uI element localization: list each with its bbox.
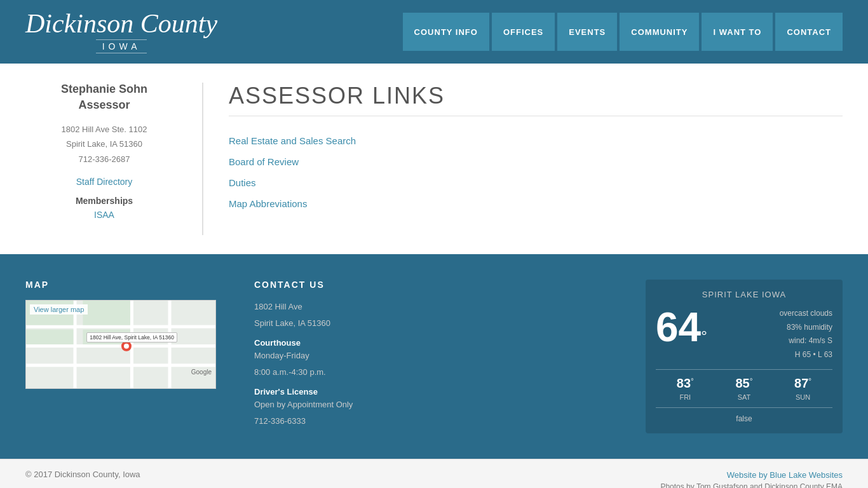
weather-details: overcast clouds 83% humidity wind: 4m/s …	[780, 307, 832, 362]
copyright: © 2017 Dickinson County, Iowa	[25, 470, 140, 479]
forecast-sun-temp: 87°	[794, 376, 811, 391]
forecast-sat-label: SAT	[735, 393, 752, 401]
nav-events[interactable]: EVENTS	[557, 13, 617, 51]
weather-false: false	[656, 414, 832, 423]
address-line1: 1802 Hill Ave Ste. 1102	[62, 125, 147, 134]
weather-divider-2	[656, 407, 832, 408]
link-map-abbreviations[interactable]: Map Abbreviations	[229, 198, 843, 209]
drivers-license-label: Driver's License	[254, 387, 620, 396]
assessor-name: Stephanie Sohn	[25, 83, 183, 96]
svg-rect-6	[168, 301, 172, 388]
weather-temp-row: 64° overcast clouds 83% humidity wind: 4…	[656, 307, 832, 362]
main-content: Stephanie Sohn Assessor 1802 Hill Ave St…	[0, 64, 868, 254]
nav-i-want-to[interactable]: I WANT TO	[702, 13, 773, 51]
address-line2: Spirit Lake, IA 51360	[66, 139, 142, 149]
nav-bar: COUNTY INFO OFFICES EVENTS COMMUNITY I W…	[403, 13, 843, 51]
map-google-logo: Google	[191, 369, 212, 376]
logo: Dickinson County IOWA	[25, 10, 217, 53]
svg-point-12	[124, 344, 129, 349]
map-footer-bar: ⌨ Map Data Terms of Use Report a map err…	[26, 388, 215, 389]
forecast-sat-temp: 85°	[735, 376, 752, 391]
weather-box: SPIRIT LAKE IOWA 64° overcast clouds 83%…	[646, 280, 843, 433]
drivers-license-phone: 712-336-6333	[254, 414, 620, 428]
map-view-larger[interactable]: View larger map	[30, 304, 88, 315]
link-board-of-review[interactable]: Board of Review	[229, 156, 843, 167]
bottom-footer: © 2017 Dickinson County, Iowa Website by…	[0, 459, 868, 488]
isaa-link[interactable]: ISAA	[25, 210, 183, 220]
forecast-fri-temp: 83°	[677, 376, 694, 391]
logo-title: Dickinson County	[25, 10, 217, 37]
svg-rect-1	[26, 325, 215, 329]
assessor-title: Assessor	[25, 98, 183, 112]
svg-rect-2	[26, 344, 215, 348]
map-background: View larger map 1802 Hill Ave, Spirit La…	[26, 301, 215, 388]
footer: MAP	[0, 254, 868, 459]
weather-forecast: 83° FRI 85° SAT 87° SUN	[656, 376, 832, 401]
map-section-title: MAP	[25, 280, 229, 290]
weather-hl: H 65 • L 63	[780, 348, 832, 362]
nav-offices[interactable]: OFFICES	[492, 13, 555, 51]
footer-contact-section: CONTACT US 1802 Hill Ave Spirit Lake, IA…	[254, 280, 620, 433]
bottom-right: Website by Blue Lake Websites Photos by …	[660, 470, 843, 488]
contact-section-title: CONTACT US	[254, 280, 620, 290]
weather-city: SPIRIT LAKE IOWA	[656, 290, 832, 299]
link-real-estate[interactable]: Real Estate and Sales Search	[229, 135, 843, 146]
weather-wind: wind: 4m/s S	[780, 334, 832, 348]
weather-deg: °	[701, 327, 707, 344]
memberships-label: Memberships	[25, 196, 183, 206]
map-container: View larger map 1802 Hill Ave, Spirit La…	[25, 300, 216, 389]
courthouse-label: Courthouse	[254, 338, 620, 348]
link-duties[interactable]: Duties	[229, 177, 843, 188]
header: Dickinson County IOWA COUNTY INFO OFFICE…	[0, 0, 868, 64]
svg-rect-8	[83, 301, 130, 325]
forecast-sun-label: SUN	[794, 393, 811, 401]
footer-map-section: MAP	[25, 280, 229, 433]
nav-contact[interactable]: CONTACT	[775, 13, 843, 51]
courthouse-hours1: Monday-Friday	[254, 349, 620, 363]
forecast-fri: 83° FRI	[677, 376, 694, 401]
weather-humidity: 83% humidity	[780, 321, 832, 335]
weather-temp-display: 64°	[656, 307, 707, 348]
svg-rect-3	[26, 363, 215, 367]
contact-address2: Spirit Lake, IA 51360	[254, 316, 620, 330]
nav-community[interactable]: COMMUNITY	[620, 13, 699, 51]
drivers-license-hours: Open by Appointment Only	[254, 398, 620, 412]
contact-address1: 1802 Hill Ave	[254, 300, 620, 314]
forecast-fri-label: FRI	[677, 393, 694, 401]
sidebar: Stephanie Sohn Assessor 1802 Hill Ave St…	[25, 83, 203, 235]
footer-weather-section: SPIRIT LAKE IOWA 64° overcast clouds 83%…	[646, 280, 843, 433]
map-callout: 1802 Hill Ave, Spirit Lake, IA 51360	[86, 332, 177, 342]
svg-rect-9	[26, 330, 74, 344]
forecast-sat: 85° SAT	[735, 376, 752, 401]
nav-county-info[interactable]: COUNTY INFO	[403, 13, 489, 51]
courthouse-hours2: 8:00 a.m.-4:30 p.m.	[254, 365, 620, 379]
phone: 712-336-2687	[79, 154, 130, 164]
sidebar-address: 1802 Hill Ave Ste. 1102 Spirit Lake, IA …	[25, 122, 183, 166]
weather-desc: overcast clouds	[780, 307, 832, 321]
page-title: ASSESSOR LINKS	[229, 83, 843, 116]
website-credit[interactable]: Website by Blue Lake Websites	[727, 470, 843, 480]
staff-directory-link[interactable]: Staff Directory	[25, 177, 183, 187]
content-area: ASSESSOR LINKS Real Estate and Sales Sea…	[203, 83, 843, 235]
weather-divider	[656, 369, 832, 370]
forecast-sun: 87° SUN	[794, 376, 811, 401]
weather-temp: 64	[656, 304, 701, 350]
photo-credit: Photos by Tom Gustafson and Dickinson Co…	[660, 482, 843, 488]
logo-subtitle: IOWA	[96, 39, 147, 53]
